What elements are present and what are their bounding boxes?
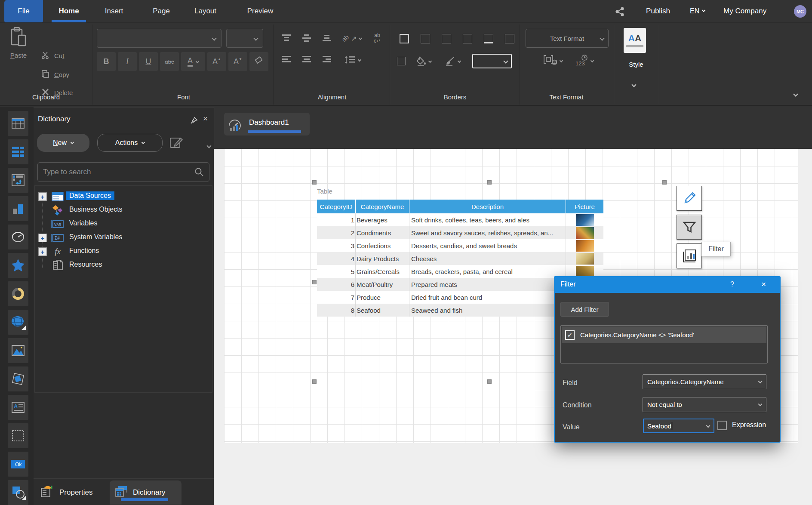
tree-item-resources[interactable]: Resources bbox=[35, 259, 212, 272]
align-middle-button[interactable] bbox=[299, 31, 314, 46]
bottom-border-button[interactable] bbox=[480, 31, 497, 46]
checkbox-checked[interactable]: ✓ bbox=[565, 330, 575, 340]
dialog-title-bar[interactable]: Filter ? × bbox=[555, 277, 780, 293]
all-borders-button[interactable] bbox=[396, 31, 413, 46]
actions-button[interactable]: Actions bbox=[97, 134, 163, 152]
tool-indicator[interactable] bbox=[8, 253, 28, 278]
tool-text[interactable]: A bbox=[8, 395, 28, 420]
right-border-button[interactable] bbox=[501, 31, 518, 46]
expand-plus-icon[interactable]: + bbox=[38, 192, 47, 201]
border-style-combo[interactable] bbox=[472, 54, 512, 68]
tab-properties[interactable]: Properties bbox=[37, 481, 109, 504]
text-rotation-button[interactable]: ab↗ bbox=[341, 31, 363, 46]
align-right-button[interactable] bbox=[319, 52, 335, 68]
edit-component-button[interactable] bbox=[677, 186, 702, 211]
panel-overflow-chevron[interactable] bbox=[206, 143, 211, 148]
tool-cards[interactable] bbox=[8, 139, 28, 164]
file-menu-button[interactable]: File bbox=[4, 0, 43, 22]
tab-insert[interactable]: Insert bbox=[97, 0, 131, 22]
cut-button[interactable]: Cut bbox=[41, 50, 64, 61]
grow-font-button[interactable]: A▲ bbox=[207, 52, 226, 71]
tool-gauge[interactable] bbox=[8, 225, 28, 249]
copy-button[interactable]: Copy bbox=[41, 69, 69, 80]
line-spacing-button[interactable] bbox=[341, 52, 365, 68]
search-icon[interactable] bbox=[194, 167, 204, 179]
tool-progress[interactable] bbox=[8, 281, 28, 306]
border-color-button[interactable] bbox=[394, 54, 409, 68]
font-name-combo[interactable] bbox=[97, 29, 221, 48]
column-header[interactable]: CategoryName bbox=[356, 200, 409, 213]
tree-item-business-objects[interactable]: Business Objects bbox=[35, 204, 212, 217]
help-icon[interactable]: ? bbox=[730, 280, 734, 288]
share-icon[interactable] bbox=[615, 6, 625, 17]
tree-item-functions[interactable]: + fx Functions bbox=[35, 245, 212, 258]
close-icon[interactable]: × bbox=[761, 280, 766, 289]
field-combo[interactable]: Categories.CategoryName bbox=[643, 374, 766, 389]
tool-shape[interactable] bbox=[8, 366, 28, 391]
resize-handle-top-middle[interactable] bbox=[487, 180, 492, 185]
value-input[interactable]: Seafood bbox=[643, 419, 714, 433]
align-left-button[interactable] bbox=[279, 52, 294, 68]
tree-item-system-variables[interactable]: + Σ# System Variables bbox=[35, 231, 212, 244]
paste-button[interactable]: Paste bbox=[6, 27, 31, 72]
column-header[interactable]: Description bbox=[409, 200, 566, 213]
condition-combo[interactable]: Not equal to bbox=[643, 397, 766, 412]
strikethrough-button[interactable]: abc bbox=[160, 52, 179, 71]
align-center-button[interactable] bbox=[299, 52, 314, 68]
tool-table[interactable] bbox=[8, 111, 28, 136]
new-button[interactable]: New bbox=[37, 134, 89, 152]
tool-panel[interactable] bbox=[8, 423, 28, 448]
resize-handle-left-middle[interactable] bbox=[312, 280, 317, 284]
filter-list-item[interactable]: ✓ Categories.CategoryName <> 'Seafood' bbox=[562, 326, 766, 343]
add-filter-button[interactable]: Add Filter bbox=[560, 302, 609, 317]
tree-item-data-sources[interactable]: + Data Sources bbox=[35, 190, 212, 203]
resize-handle-bottom-left[interactable] bbox=[312, 379, 317, 384]
clear-format-button[interactable] bbox=[249, 52, 268, 71]
pin-icon[interactable] bbox=[190, 117, 198, 126]
italic-button[interactable]: I bbox=[118, 52, 137, 71]
publish-button[interactable]: Publish bbox=[637, 0, 679, 22]
conditions-button[interactable] bbox=[540, 52, 565, 69]
text-format-combo[interactable]: Text Format bbox=[526, 29, 609, 48]
top-border-button[interactable] bbox=[459, 31, 476, 46]
column-header[interactable]: Picture bbox=[566, 200, 603, 213]
tab-layout[interactable]: Layout bbox=[185, 0, 226, 22]
tab-home[interactable]: Home bbox=[52, 0, 86, 22]
bold-button[interactable]: B bbox=[97, 52, 116, 71]
expression-checkbox[interactable] bbox=[717, 421, 727, 430]
tab-dictionary[interactable]: Dictionary bbox=[110, 480, 181, 505]
resize-handle-top-left[interactable] bbox=[312, 180, 317, 185]
align-bottom-button[interactable] bbox=[319, 31, 335, 46]
tool-region-map[interactable] bbox=[8, 310, 28, 335]
no-borders-button[interactable] bbox=[417, 31, 434, 46]
edit-dictionary-icon[interactable] bbox=[169, 135, 183, 150]
tab-dashboard1[interactable]: Dashboard1 bbox=[224, 113, 310, 135]
collapse-ribbon-chevron[interactable] bbox=[793, 92, 798, 96]
expand-plus-icon[interactable]: + bbox=[38, 247, 47, 256]
font-color-button[interactable]: A bbox=[181, 52, 205, 71]
close-icon[interactable]: × bbox=[203, 114, 208, 123]
column-header[interactable]: CategoryID bbox=[317, 200, 356, 213]
number-format-button[interactable]: 123 bbox=[571, 52, 596, 69]
tree-item-variables[interactable]: VAR Variables bbox=[35, 218, 212, 231]
account-button[interactable]: My Company bbox=[723, 0, 766, 22]
fill-color-button[interactable] bbox=[413, 54, 434, 68]
tool-image[interactable] bbox=[8, 338, 28, 363]
resize-handle-top-right[interactable] bbox=[662, 180, 667, 185]
tool-chart[interactable] bbox=[8, 196, 28, 221]
tool-pivot-table[interactable] bbox=[8, 168, 28, 193]
tab-page[interactable]: Page bbox=[146, 0, 176, 22]
chart-settings-button[interactable] bbox=[677, 243, 702, 268]
brush-button[interactable] bbox=[440, 54, 464, 68]
left-border-button[interactable] bbox=[438, 31, 455, 46]
language-selector[interactable]: EN bbox=[690, 0, 705, 22]
tool-combo-box[interactable] bbox=[8, 480, 28, 505]
font-size-combo[interactable] bbox=[226, 29, 263, 48]
shrink-font-button[interactable]: A▼ bbox=[228, 52, 247, 71]
word-wrap-button[interactable]: abc↵ bbox=[368, 30, 386, 47]
filter-component-button[interactable] bbox=[677, 215, 702, 240]
expand-plus-icon[interactable]: + bbox=[38, 234, 47, 242]
tab-preview[interactable]: Preview bbox=[237, 0, 284, 22]
avatar[interactable]: MC bbox=[794, 5, 806, 18]
tool-button[interactable]: Ok bbox=[8, 452, 28, 477]
